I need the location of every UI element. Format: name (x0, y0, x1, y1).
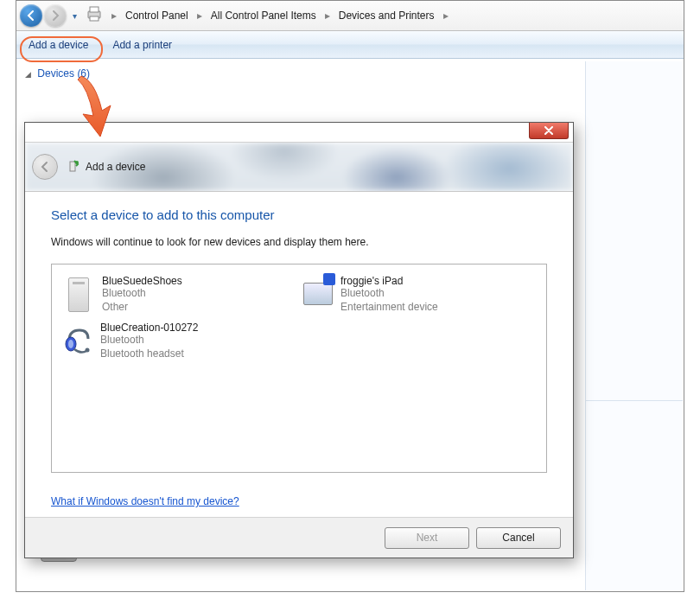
svg-rect-1 (90, 7, 99, 12)
breadcrumb[interactable]: Control Panel (120, 4, 194, 27)
help-link[interactable]: What if Windows doesn't find my device? (51, 495, 239, 507)
command-label: Add a printer (112, 39, 172, 51)
details-pane (585, 61, 683, 590)
device-wizard-icon (67, 159, 80, 175)
dialog-titlebar[interactable] (25, 123, 573, 143)
dialog-body: Select a device to add to this computer … (25, 192, 573, 516)
device-subtype: Bluetooth headset (100, 347, 198, 361)
collapse-triangle-icon: ◢ (25, 70, 31, 79)
devices-category-header[interactable]: ◢ Devices (6) (23, 64, 677, 83)
button-label: Next (417, 532, 438, 544)
device-subtype: Other (102, 301, 182, 315)
button-label: Cancel (502, 532, 534, 544)
computer-tower-icon (68, 277, 89, 312)
svg-point-4 (75, 161, 79, 164)
dialog-heading: Select a device to add to this computer (51, 207, 547, 222)
device-name: BlueSuedeShoes (102, 275, 182, 287)
device-name: BlueCreation-010272 (100, 322, 198, 334)
breadcrumb[interactable]: All Control Panel Items (206, 4, 321, 27)
device-type: Bluetooth (340, 287, 438, 301)
device-item[interactable]: froggie's iPad Bluetooth Entertainment d… (299, 273, 539, 316)
dialog-title: Add a device (86, 161, 145, 173)
nav-forward-button[interactable] (44, 4, 67, 27)
nav-history-dropdown[interactable]: ▾ (68, 11, 80, 21)
dialog-footer: Next Cancel (25, 517, 573, 558)
nav-toolbar: ▾ ▸ Control Panel ▸ All Control Panel It… (16, 1, 684, 31)
chevron-right-icon[interactable]: ▸ (323, 10, 332, 22)
headset-icon (62, 322, 93, 360)
dialog-header: Add a device (25, 143, 573, 192)
add-printer-command[interactable]: Add a printer (100, 35, 184, 54)
close-button[interactable] (529, 123, 569, 139)
chevron-right-icon[interactable]: ▸ (110, 10, 118, 22)
category-name: Devices (37, 67, 74, 80)
chevron-right-icon[interactable]: ▸ (442, 10, 450, 22)
category-count: (6) (77, 67, 90, 80)
add-device-command[interactable]: Add a device (16, 35, 100, 54)
svg-rect-3 (70, 162, 75, 171)
close-icon (544, 126, 554, 135)
chevron-right-icon[interactable]: ▸ (195, 10, 204, 22)
device-item[interactable]: BlueCreation-010272 Bluetooth Bluetooth … (59, 320, 299, 362)
svg-point-6 (68, 340, 73, 348)
device-type: Bluetooth (100, 334, 198, 347)
printer-icon (86, 6, 103, 25)
next-button[interactable]: Next (385, 527, 469, 549)
nav-back-button[interactable] (20, 4, 42, 27)
cancel-button[interactable]: Cancel (476, 527, 561, 549)
device-item[interactable]: BlueSuedeShoes Bluetooth Other (59, 273, 299, 316)
command-label: Add a device (29, 39, 88, 51)
dialog-back-button (32, 154, 58, 180)
add-device-dialog: Add a device Select a device to add to t… (24, 122, 574, 558)
device-list: BlueSuedeShoes Bluetooth Other froggie's… (51, 264, 547, 473)
device-subtype: Entertainment device (340, 301, 438, 315)
entertainment-device-icon (302, 275, 334, 313)
device-name: froggie's iPad (340, 275, 438, 287)
command-bar: Add a device Add a printer (16, 31, 684, 59)
device-type: Bluetooth (102, 287, 182, 301)
svg-rect-2 (90, 16, 99, 21)
dialog-subtext: Windows will continue to look for new de… (51, 236, 547, 248)
breadcrumb[interactable]: Devices and Printers (334, 4, 440, 27)
svg-point-7 (86, 348, 90, 353)
